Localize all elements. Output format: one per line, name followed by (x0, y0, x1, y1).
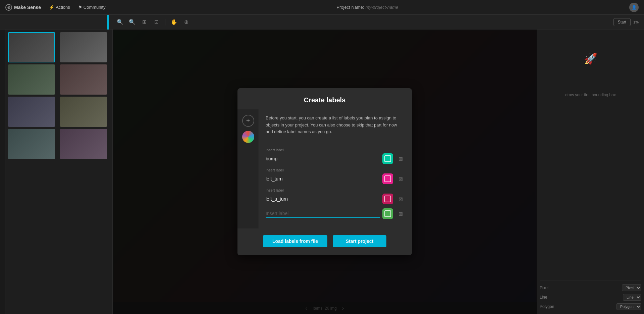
topbar: ◎ Make Sense ⚡ Actions ⚑ Community Proje… (0, 0, 644, 15)
thumbnail-item[interactable] (8, 32, 55, 62)
pixel-select[interactable]: Pixel (622, 284, 641, 291)
thumbnail-image (8, 64, 55, 95)
thumbnail-image (60, 129, 107, 159)
main-layout: Create labels + Before you start, you ca… (0, 30, 644, 314)
start-project-button[interactable]: Start project (333, 235, 386, 247)
label-input-3[interactable] (266, 195, 380, 203)
label-row-4: ⊠ (266, 208, 405, 219)
left-sidebar (0, 30, 5, 314)
top-nav: ⚡ Actions ⚑ Community (49, 5, 105, 10)
start-button[interactable]: Start (613, 18, 631, 26)
thumbnail-item[interactable] (60, 129, 107, 159)
project-name-display: Project Name: my-project-name (114, 5, 621, 10)
modal-title: Create labels (237, 88, 412, 109)
modal-content: Before you start, you can create a list … (259, 109, 412, 228)
crosshair-tool-button[interactable]: ⊕ (181, 17, 191, 27)
label-input-1[interactable] (266, 155, 380, 163)
label-delete-button-4[interactable]: ⊠ (396, 209, 405, 218)
add-label-button[interactable]: + (242, 115, 254, 127)
toolbar-right-group: Start 1% (613, 18, 639, 26)
logo-icon: ◎ (5, 4, 12, 11)
label-row-2: Insert label ⊠ (266, 168, 405, 184)
thumbnail-item[interactable] (60, 64, 107, 95)
toolbar-progress-bar (107, 15, 109, 30)
label-row-1: Insert label ⊠ (266, 148, 405, 164)
drag-tool-button[interactable]: ✋ (169, 17, 179, 27)
thumbnail-image (9, 33, 54, 62)
community-icon: ⚑ (78, 5, 82, 10)
toolbar: 🔍 🔍 ⊞ ⊡ ✋ ⊕ Start 1% (0, 15, 644, 30)
color-picker-icon[interactable] (242, 131, 254, 143)
load-labels-button[interactable]: Load labels from file (263, 235, 327, 247)
thumbnail-item[interactable] (60, 32, 107, 62)
modal-overlay: Create labels + Before you start, you ca… (113, 30, 537, 314)
actions-icon: ⚡ (49, 5, 54, 10)
label-color-icon-4 (384, 210, 391, 217)
label-color-icon-3 (384, 196, 391, 202)
zoom-out-button[interactable]: 🔍 (127, 17, 137, 27)
modal-footer: Load labels from file Start project (237, 228, 412, 255)
polygon-select[interactable]: Polygon (616, 303, 641, 310)
zoom-reset-button[interactable]: ⊡ (152, 17, 161, 27)
nav-actions[interactable]: ⚡ Actions (49, 5, 70, 10)
label-row-header-2: Insert label (266, 168, 405, 172)
thumbnail-image (60, 64, 107, 95)
thumbnail-image (8, 97, 55, 127)
pixel-option-row: Pixel Pixel (540, 283, 641, 293)
project-name-value: my-project-name (366, 5, 398, 10)
label-color-button-2[interactable] (382, 173, 393, 184)
modal-left-bar: + (237, 109, 259, 228)
toolbar-separator (165, 19, 165, 25)
label-input-2[interactable] (266, 175, 380, 183)
project-label: Project Name: (336, 5, 364, 10)
app-logo[interactable]: ◎ Make Sense (5, 4, 41, 11)
user-avatar[interactable]: 👤 (629, 3, 639, 12)
rocket-icon: 🚀 (540, 52, 641, 65)
label-delete-button-2[interactable]: ⊠ (396, 174, 405, 184)
label-color-icon-2 (384, 175, 391, 182)
label-color-button-4[interactable] (382, 208, 393, 219)
zoom-fit-button[interactable]: ⊞ (140, 17, 149, 27)
modal-description: Before you start, you can create a list … (266, 115, 405, 141)
sidebar-options: Pixel Pixel Line Line Polygon Polygon (540, 280, 641, 311)
create-labels-modal: Create labels + Before you start, you ca… (237, 88, 412, 255)
polygon-label: Polygon (540, 304, 554, 309)
label-row-header-1: Insert label (266, 148, 405, 152)
pixel-label: Pixel (540, 285, 548, 290)
label-color-button-3[interactable] (382, 194, 393, 204)
thumbnail-panel (5, 30, 113, 314)
canvas-area[interactable]: Create labels + Before you start, you ca… (113, 30, 537, 314)
thumbnail-image (60, 32, 107, 62)
right-sidebar: 🚀 draw your first bounding box Pixel Pix… (537, 30, 644, 314)
thumbnail-item[interactable] (8, 64, 55, 95)
app-name: Make Sense (14, 5, 41, 10)
thumbnail-item[interactable] (8, 129, 55, 159)
topbar-right: 👤 (629, 3, 639, 12)
line-label: Line (540, 295, 547, 300)
thumbnail-image (8, 129, 55, 159)
label-color-icon-1 (384, 155, 391, 162)
nav-community[interactable]: ⚑ Community (78, 5, 106, 10)
zoom-in-button[interactable]: 🔍 (115, 17, 125, 27)
draw-instruction: draw your first bounding box (540, 92, 641, 98)
modal-body: + Before you start, you can create a lis… (237, 109, 412, 228)
label-delete-button-1[interactable]: ⊠ (396, 154, 405, 163)
label-color-button-1[interactable] (382, 153, 393, 164)
label-delete-button-3[interactable]: ⊠ (396, 194, 405, 204)
label-input-group-3: ⊠ (266, 194, 405, 204)
line-select[interactable]: Line (623, 294, 641, 301)
line-option-row: Line Line (540, 293, 641, 302)
thumbnail-image (60, 97, 107, 127)
label-input-group-1: ⊠ (266, 153, 405, 164)
thumbnail-item[interactable] (8, 97, 55, 127)
label-input-group-4: ⊠ (266, 208, 405, 219)
label-input-4[interactable] (266, 209, 380, 218)
thumbnail-item[interactable] (60, 97, 107, 127)
label-row-header-3: Insert label (266, 188, 405, 192)
polygon-option-row: Polygon Polygon (540, 302, 641, 311)
label-input-group-2: ⊠ (266, 173, 405, 184)
label-row-3: Insert label ⊠ (266, 188, 405, 204)
